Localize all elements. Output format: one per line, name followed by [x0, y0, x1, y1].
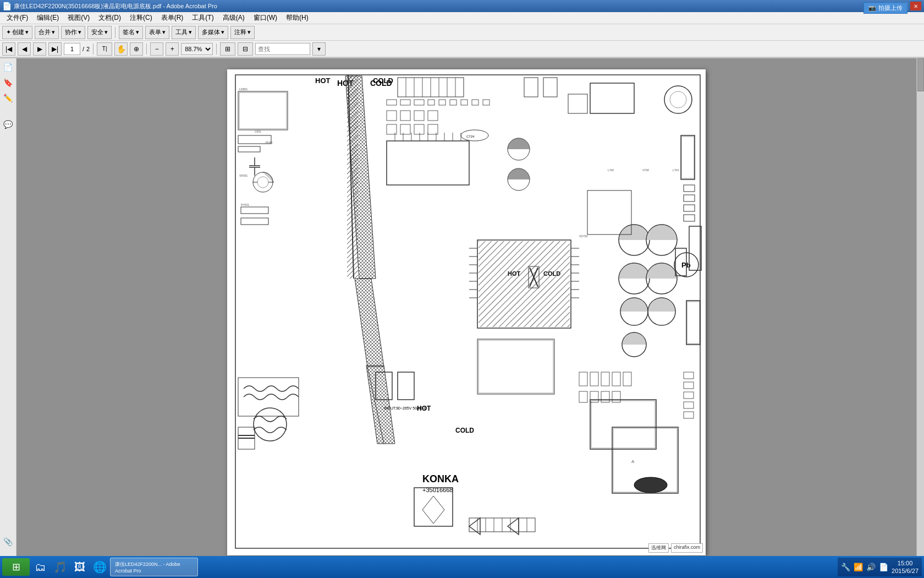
svg-text:C724: C724 [466, 135, 475, 138]
page-total: 2 [86, 46, 90, 52]
svg-point-142 [461, 130, 488, 141]
window-title: 康佳LED42F2200N(35016668板)液晶彩电电源底板.pdf - A… [14, 2, 217, 10]
menu-tools[interactable]: 工具(T) [188, 12, 218, 24]
tray-network[interactable]: 📶 [854, 563, 863, 571]
svg-text:V708: V708 [642, 168, 649, 172]
title-bar-left: 📄 康佳LED42F2200N(35016668板)液晶彩电电源底板.pdf -… [2, 2, 217, 10]
taskbar-acrobat[interactable]: 康佳LED42F2200N... - Adobe Acrobat Pro [110, 558, 198, 576]
dropdown-arrow: ▾ [25, 29, 29, 36]
menu-comment[interactable]: 注释(C) [125, 12, 157, 24]
svg-text:L700: L700 [608, 168, 614, 172]
zoom-select[interactable]: 88.7% 50% 75% 100% 125% 150% [181, 43, 213, 55]
create-button[interactable]: ✦ 创建 ▾ [2, 26, 32, 39]
svg-text:VD700: VD700 [579, 235, 588, 238]
close-button[interactable]: ✕ [910, 1, 922, 11]
nav-next-button[interactable]: ▶ [33, 42, 46, 56]
scrollbar-thumb[interactable] [917, 58, 924, 91]
menu-help[interactable]: 帮助(H) [282, 12, 313, 24]
menu-window[interactable]: 窗口(W) [249, 12, 282, 24]
sign-button[interactable]: 签名 ▾ [119, 26, 143, 39]
toolbar-1: ✦ 创建 ▾ 合并 ▾ 协作 ▾ 安全 ▾ 签名 ▾ 表单 ▾ 工具 ▾ 多媒体… [0, 24, 924, 41]
collaborate-button[interactable]: 协作 ▾ [61, 26, 85, 39]
select-tool-button[interactable]: ⊕ [130, 42, 143, 56]
merge-button[interactable]: 合并 ▾ [35, 26, 59, 39]
system-clock[interactable]: 15:00 2015/6/27 [892, 559, 919, 575]
taskbar-player[interactable]: 🎵 [51, 558, 69, 576]
nav-last-button[interactable]: ▶| [48, 42, 62, 56]
create-icon: ✦ [6, 29, 11, 36]
schematic-diagram: HOT COLD [227, 69, 706, 554]
svg-text:RY831: RY831 [241, 203, 249, 206]
left-sidebar: 📄 🔖 ✏️ 💬 📎 [0, 58, 16, 556]
taskbar: ⊞ 🗂 🎵 🖼 🌐 康佳LED42F2200N... - Adobe Acrob… [0, 556, 924, 578]
svg-text:COLD: COLD [373, 77, 393, 85]
toolbar-separator-4 [216, 43, 217, 54]
title-bar: 📄 康佳LED42F2200N(35016668板)液晶彩电电源底板.pdf -… [0, 0, 924, 12]
watermark-2: chirafix.com [671, 543, 703, 553]
text-tool-button[interactable]: T| [97, 42, 112, 56]
page-number-input[interactable] [64, 43, 80, 55]
menu-forms[interactable]: 表单(R) [157, 12, 188, 24]
start-button[interactable]: ⊞ [2, 558, 30, 576]
zoom-out-button[interactable]: − [150, 42, 163, 56]
svg-text:KONKA: KONKA [422, 473, 459, 484]
svg-text:L704: L704 [673, 168, 679, 172]
menu-advanced[interactable]: 高级(A) [218, 12, 249, 24]
comment-button[interactable]: 注释 ▾ [230, 26, 255, 39]
sidebar-edit-icon[interactable]: ✏️ [2, 91, 15, 105]
tray-acrobat[interactable]: 📄 [879, 563, 888, 571]
watermark-1: 迅维网 [648, 543, 669, 553]
menu-view[interactable]: 视图(V) [63, 12, 94, 24]
svg-text:A: A [631, 459, 635, 464]
toolbar-separator [115, 27, 116, 38]
taskbar-app-label: 康佳LED42F2200N... - Adobe Acrobat Pro [115, 561, 193, 574]
tools-button[interactable]: 工具 ▾ [172, 26, 196, 39]
menu-edit[interactable]: 编辑(E) [32, 12, 63, 24]
hand-tool-button[interactable]: ✋ [114, 42, 128, 56]
fit-width-button[interactable]: ⊟ [238, 42, 253, 56]
fit-page-button[interactable]: ⊞ [220, 42, 235, 56]
taskbar-ie[interactable]: 🌐 [90, 558, 109, 576]
tray-volume[interactable]: 🔊 [866, 563, 876, 571]
svg-text:HOT: HOT [315, 77, 331, 85]
nav-first-button[interactable]: |◀ [2, 42, 15, 56]
toolbar-separator-3 [146, 43, 147, 54]
security-button[interactable]: 安全 ▾ [87, 26, 112, 39]
toolbar-separator-2 [93, 43, 94, 54]
camera-icon: 📷 [868, 4, 876, 12]
svg-point-114 [634, 477, 667, 493]
sidebar-comment-icon[interactable]: 💬 [2, 118, 15, 131]
search-button[interactable]: ▾ [312, 42, 326, 56]
tray-8008[interactable]: 🔧 [841, 563, 850, 571]
svg-text:VR001: VR001 [239, 174, 248, 177]
page-separator: / [82, 46, 84, 52]
taskbar-windows[interactable]: 🖼 [70, 558, 89, 576]
zoom-in-button[interactable]: + [166, 42, 179, 56]
taskbar-right: 🔧 📶 🔊 📄 15:00 2015/6/27 [838, 558, 922, 576]
upload-button[interactable]: 📷 拍摄上传 [864, 2, 908, 14]
svg-text:C901: C901 [255, 130, 261, 133]
nav-prev-button[interactable]: ◀ [18, 42, 31, 56]
svg-text:PH48: PH48 [266, 141, 273, 144]
sidebar-pages-icon[interactable]: 📄 [2, 61, 15, 74]
sidebar-attachment-icon[interactable]: 📎 [2, 535, 15, 548]
menu-file[interactable]: 文件(F) [2, 12, 32, 24]
app-icon: 📄 [2, 2, 12, 10]
forms-button[interactable]: 表单 ▾ [145, 26, 169, 39]
taskbar-explorer[interactable]: 🗂 [31, 558, 50, 576]
right-scrollbar[interactable] [916, 58, 924, 556]
multimedia-button[interactable]: 多媒体 ▾ [198, 26, 228, 39]
svg-text:INPUT:90~265V 50/60Hz: INPUT:90~265V 50/60Hz [384, 406, 427, 410]
search-input[interactable] [255, 43, 310, 55]
svg-rect-59 [479, 241, 570, 327]
svg-text:COLD: COLD [455, 427, 474, 434]
menu-bar: 文件(F) 编辑(E) 视图(V) 文档(D) 注释(C) 表单(R) 工具(T… [0, 12, 924, 24]
sidebar-bookmarks-icon[interactable]: 🔖 [2, 76, 15, 89]
toolbar-2: |◀ ◀ ▶ ▶| / 2 T| ✋ ⊕ − + 88.7% 50% 75% 1… [0, 41, 924, 57]
svg-text:LDB01: LDB01 [239, 88, 248, 91]
pdf-page: HOT COLD [227, 69, 706, 555]
watermark-logos: 迅维网 chirafix.com [648, 543, 703, 553]
menu-document[interactable]: 文档(D) [94, 12, 125, 24]
main-content: HOT COLD [16, 58, 916, 556]
